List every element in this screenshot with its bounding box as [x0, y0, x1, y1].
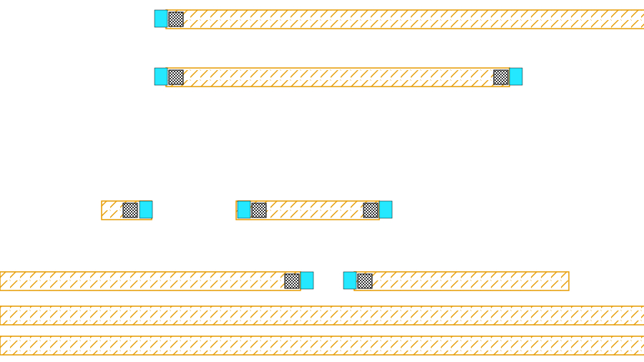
- via-1: [155, 68, 167, 85]
- layout-canvas: [0, 0, 644, 362]
- contact-2: [494, 70, 508, 84]
- via-4: [238, 201, 250, 218]
- contact-6: [285, 274, 299, 288]
- metal-bars-layer: [0, 10, 644, 355]
- contacts-layer: [123, 12, 508, 288]
- metal-bar-bar1: [166, 10, 644, 29]
- contact-3: [123, 203, 137, 217]
- via-3: [140, 201, 152, 218]
- contact-0: [169, 12, 183, 26]
- via-7: [343, 272, 356, 289]
- contact-7: [358, 274, 372, 288]
- metal-bar-bar5: [0, 272, 301, 290]
- via-6: [301, 272, 313, 289]
- via-5: [379, 201, 392, 218]
- metal-bar-bar7: [0, 306, 644, 325]
- metal-bar-bar8: [0, 336, 644, 355]
- contact-4: [252, 203, 266, 217]
- metal-bar-bar2: [166, 68, 509, 87]
- metal-bar-bar6: [354, 272, 569, 290]
- contact-1: [169, 70, 183, 84]
- vias-layer: [140, 10, 522, 289]
- contact-5: [364, 203, 378, 217]
- via-0: [155, 10, 167, 27]
- via-2: [509, 68, 522, 85]
